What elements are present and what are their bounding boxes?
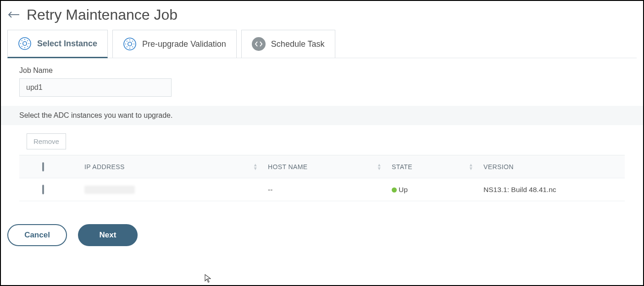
tab-label: Schedule Task (271, 39, 325, 49)
select-all-checkbox[interactable] (42, 162, 44, 171)
row-checkbox[interactable] (42, 185, 44, 194)
gear-icon (18, 37, 32, 50)
table-row: -- Up NS13.1: Build 48.41.nc (19, 178, 625, 201)
col-ip[interactable]: IP ADDRESS ▲▼ (79, 157, 262, 177)
tab-pre-upgrade-validation[interactable]: Pre-upgrade Validation (112, 30, 237, 58)
sort-icon: ▲▼ (377, 163, 382, 170)
instruction-text: Select the ADC instances you want to upg… (1, 106, 643, 125)
instance-table: Remove IP ADDRESS ▲▼ HOST NAME ▲▼ STATE … (1, 125, 643, 201)
status-dot-icon (392, 187, 397, 192)
cell-host: -- (262, 179, 386, 200)
tab-select-instance[interactable]: Select Instance (7, 30, 108, 58)
svg-point-1 (23, 42, 27, 45)
col-host[interactable]: HOST NAME ▲▼ (262, 157, 386, 177)
tab-schedule-task[interactable]: Schedule Task (241, 30, 335, 58)
svg-point-3 (128, 42, 132, 46)
job-name-input[interactable] (19, 78, 172, 97)
cursor-icon (205, 274, 211, 285)
tab-label: Pre-upgrade Validation (142, 39, 226, 49)
page-title: Retry Maintenance Job (27, 6, 178, 23)
wizard-tabs: Select Instance Pre-upgrade Validation S… (7, 30, 637, 58)
next-button[interactable]: Next (78, 224, 138, 246)
redacted-ip (84, 186, 135, 194)
cell-state: Up (386, 179, 478, 200)
sort-icon: ▲▼ (469, 163, 473, 170)
col-version[interactable]: VERSION (478, 157, 625, 177)
tab-label: Select Instance (37, 39, 97, 49)
cell-ip (79, 179, 262, 200)
job-name-label: Job Name (19, 66, 625, 75)
cell-version: NS13.1: Build 48.41.nc (478, 179, 625, 200)
remove-button[interactable]: Remove (27, 133, 66, 149)
back-icon[interactable] (7, 10, 20, 21)
table-header: IP ADDRESS ▲▼ HOST NAME ▲▼ STATE ▲▼ VERS… (19, 155, 625, 178)
col-state[interactable]: STATE ▲▼ (386, 157, 478, 177)
gear-icon (123, 37, 137, 51)
code-icon (252, 37, 266, 51)
sort-icon: ▲▼ (253, 163, 258, 170)
cancel-button[interactable]: Cancel (7, 224, 67, 246)
